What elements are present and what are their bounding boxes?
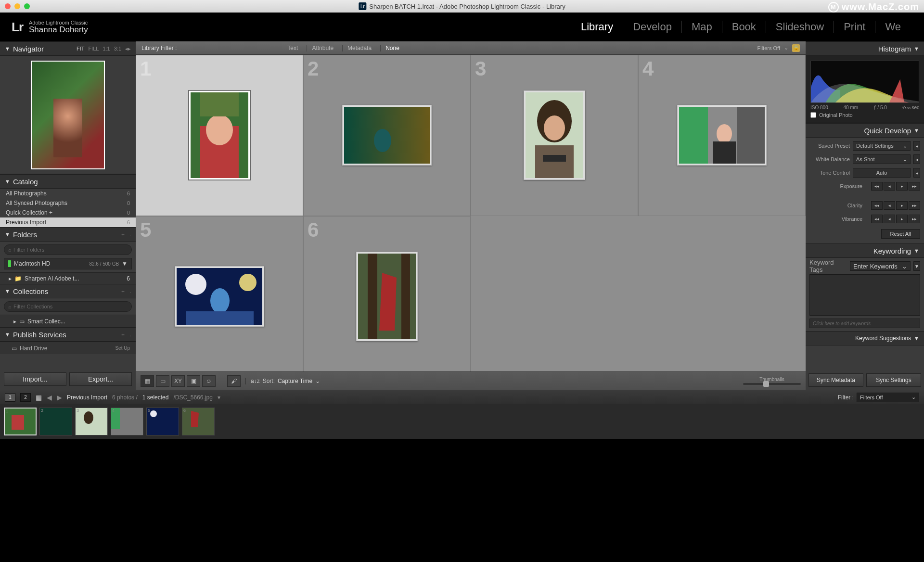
filter-attribute[interactable]: Attribute (307, 45, 335, 51)
catalog-header[interactable]: ▼ Catalog (0, 174, 136, 189)
disk-row[interactable]: Macintosh HD 82.6 / 500 GB▼ (4, 258, 132, 269)
step-double-right-icon[interactable]: ▸▸ (909, 182, 920, 191)
grid-cell[interactable]: 3 (471, 55, 638, 216)
add-keyword-input[interactable]: Click here to add keywords (809, 319, 920, 328)
sort-menu-icon[interactable]: ⌄ (315, 378, 320, 384)
collapse-icon[interactable]: ◂ (913, 141, 920, 151)
folders-menu-icon[interactable]: . (129, 231, 131, 237)
folders-header[interactable]: ▼ Folders ＋. (0, 227, 136, 242)
secondary-monitor-button[interactable]: 2 (20, 393, 31, 402)
module-develop[interactable]: Develop (623, 21, 682, 33)
zoom-3-1[interactable]: 3:1 (114, 46, 121, 51)
people-view-button[interactable]: ☺ (202, 375, 216, 387)
grid-cell[interactable]: 2 (303, 55, 471, 216)
back-arrow-icon[interactable]: ◀ (47, 394, 52, 401)
collapse-icon[interactable]: ◂ (913, 154, 920, 164)
step-double-left-icon[interactable]: ◂◂ (871, 215, 883, 223)
grid-view-icon[interactable]: ▦ (36, 394, 42, 401)
filmstrip-cell[interactable]: 6 (182, 408, 215, 435)
grid-cell[interactable]: 6 (303, 216, 471, 371)
forward-arrow-icon[interactable]: ▶ (57, 394, 62, 401)
add-collection-icon[interactable]: ＋ (120, 288, 126, 295)
histogram-header[interactable]: Histogram ▼ (806, 41, 924, 56)
catalog-all-photographs[interactable]: All Photographs6 (0, 189, 136, 198)
grid-cell[interactable]: 1 (136, 55, 303, 216)
step-right-icon[interactable]: ▸ (896, 201, 908, 210)
step-double-left-icon[interactable]: ◂◂ (871, 201, 883, 210)
close-window-icon[interactable] (5, 3, 11, 9)
filmstrip-cell[interactable]: 4 (111, 408, 143, 435)
zoom-menu-icon[interactable]: ◂▸ (125, 46, 131, 52)
filter-dropdown[interactable]: Filters Off⌄ (857, 393, 919, 402)
step-left-icon[interactable]: ◂ (884, 201, 895, 210)
loupe-view-button[interactable]: ▭ (156, 375, 169, 387)
quick-develop-header[interactable]: Quick Develop ▼ (806, 123, 924, 138)
grid-cell[interactable]: 4 (638, 55, 806, 216)
original-photo-checkbox[interactable] (810, 112, 816, 118)
filters-status[interactable]: Filters Off (757, 45, 780, 51)
filter-text[interactable]: Text (282, 45, 300, 51)
auto-tone-button[interactable]: Auto (853, 168, 911, 178)
step-left-icon[interactable]: ◂ (884, 215, 895, 223)
zoom-fill[interactable]: FILL (88, 46, 99, 51)
folder-item[interactable]: ▸📁Sharpen AI Adobe t... 6 (0, 272, 136, 284)
publish-action[interactable]: Set Up (115, 345, 130, 351)
add-publish-icon[interactable]: ＋ (120, 331, 126, 338)
fullscreen-window-icon[interactable] (24, 3, 30, 9)
collections-menu-icon[interactable]: . (129, 288, 131, 294)
step-double-right-icon[interactable]: ▸▸ (909, 201, 920, 210)
step-right-icon[interactable]: ▸ (896, 182, 908, 191)
sort-value[interactable]: Capture Time (278, 378, 312, 384)
module-map[interactable]: Map (682, 21, 722, 33)
catalog-quick-collection[interactable]: Quick Collection +0 (0, 208, 136, 217)
filmstrip-cell[interactable]: 2 (39, 408, 72, 435)
context-name[interactable]: Previous Import (67, 394, 107, 401)
filter-none[interactable]: None (380, 45, 401, 51)
painter-tool-button[interactable]: 🖌 (227, 375, 241, 387)
catalog-all-synced[interactable]: All Synced Photographs0 (0, 198, 136, 208)
navigator-header[interactable]: ▼ Navigator FIT FILL 1:1 3:1 ◂▸ (0, 41, 136, 56)
publish-item[interactable]: ▭Hard Drive Set Up (0, 342, 136, 354)
sync-metadata-button[interactable]: Sync Metadata (808, 373, 863, 387)
reset-all-button[interactable]: Reset All (881, 229, 920, 239)
catalog-previous-import[interactable]: Previous Import6 (0, 217, 136, 227)
zoom-fit[interactable]: FIT (77, 46, 85, 51)
grid-cell[interactable]: 5 (136, 216, 303, 371)
folders-filter-input[interactable]: ⌕ Filter Folders (4, 244, 132, 255)
export-button[interactable]: Export... (69, 372, 132, 386)
step-double-right-icon[interactable]: ▸▸ (909, 215, 920, 223)
context-menu-icon[interactable]: ▾ (218, 394, 220, 401)
add-folder-icon[interactable]: ＋ (120, 231, 126, 238)
step-double-left-icon[interactable]: ◂◂ (871, 182, 883, 191)
keywording-header[interactable]: Keywording ▼ (806, 243, 924, 258)
keyword-suggestions-header[interactable]: Keyword Suggestions ▼ (806, 331, 924, 345)
step-right-icon[interactable]: ▸ (896, 215, 908, 223)
module-print[interactable]: Print (834, 21, 875, 33)
saved-preset-select[interactable]: Default Settings⌄ (853, 141, 911, 151)
module-slideshow[interactable]: Slideshow (766, 21, 834, 33)
import-button[interactable]: Import... (4, 372, 66, 386)
grid-view-button[interactable]: ▦ (141, 375, 154, 387)
primary-monitor-button[interactable]: 1 (5, 393, 15, 402)
filter-preset-menu-icon[interactable]: ⌄ (784, 45, 788, 51)
filmstrip[interactable]: 1 2 3 4 5 6 (0, 404, 924, 439)
collapse-icon[interactable]: ▼ (913, 261, 920, 271)
filmstrip-cell[interactable]: 1 (4, 408, 37, 435)
slider-thumb-icon[interactable] (763, 381, 769, 387)
module-book[interactable]: Book (722, 21, 766, 33)
white-balance-select[interactable]: As Shot⌄ (853, 154, 911, 164)
compare-view-button[interactable]: XY (171, 375, 185, 387)
grid-scroll[interactable]: 1 2 3 4 5 (136, 55, 806, 371)
keyword-textarea[interactable] (809, 274, 920, 316)
module-library[interactable]: Library (571, 21, 623, 33)
filter-metadata[interactable]: Metadata (342, 45, 373, 51)
module-web[interactable]: We (875, 21, 911, 33)
collapse-icon[interactable]: ◂ (913, 168, 920, 178)
collections-header[interactable]: ▼ Collections ＋. (0, 284, 136, 298)
survey-view-button[interactable]: ▣ (187, 375, 200, 387)
thumbnail-slider[interactable] (743, 383, 801, 385)
publish-menu-icon[interactable]: . (129, 332, 131, 337)
zoom-1-1[interactable]: 1:1 (103, 46, 110, 51)
sync-settings-button[interactable]: Sync Settings (866, 373, 921, 387)
step-left-icon[interactable]: ◂ (884, 182, 895, 191)
